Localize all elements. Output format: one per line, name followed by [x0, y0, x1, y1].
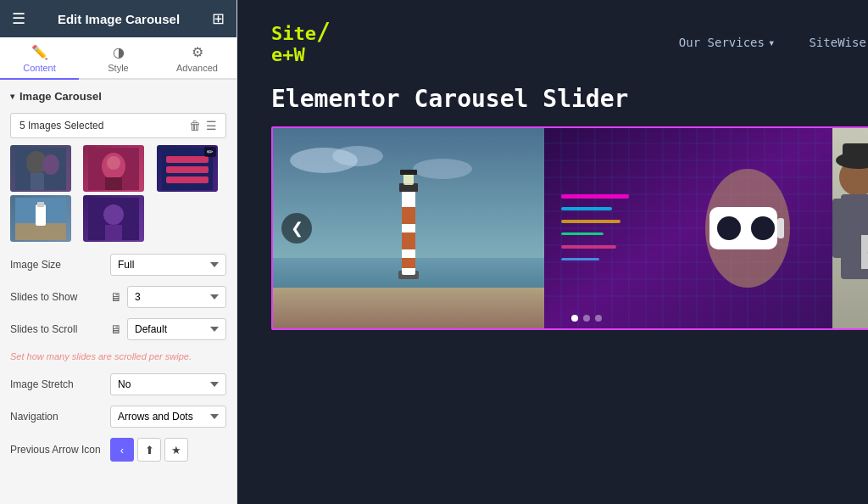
section-collapse-arrow[interactable]: ▾ — [10, 92, 14, 101]
style-tab-label: Style — [108, 63, 128, 73]
svg-point-17 — [103, 204, 124, 225]
svg-rect-24 — [273, 288, 544, 328]
image-size-select[interactable]: Full Large Medium Thumbnail — [110, 254, 226, 276]
page-content: Elementor Carousel Slider — [237, 85, 868, 504]
svg-rect-76 — [843, 143, 868, 162]
grid-icon[interactable]: ⊞ — [212, 9, 225, 28]
monitor-icon: 🖥 — [110, 290, 122, 304]
svg-rect-15 — [37, 202, 44, 207]
image-stretch-label: Image Stretch — [10, 378, 103, 390]
tab-content[interactable]: ✏️ Content — [0, 37, 79, 80]
prev-arrow-row: Previous Arrow Icon ‹ ⬆ ★ — [10, 438, 226, 462]
delete-images-icon[interactable]: 🗑 — [189, 119, 201, 132]
image-selector-bar[interactable]: 5 Images Selected 🗑 ☰ — [10, 113, 226, 138]
site-nav-links: Our Services ▾ SiteWise Blog — [679, 36, 868, 49]
thumb-1[interactable] — [10, 145, 71, 192]
monitor-icon-2: 🖥 — [110, 322, 122, 336]
svg-point-68 — [717, 216, 741, 240]
arrow-upload-btn[interactable]: ⬆ — [137, 438, 161, 462]
carousel-heading: Elementor Carousel Slider — [271, 85, 868, 113]
svg-rect-65 — [561, 258, 599, 260]
svg-point-7 — [107, 156, 120, 170]
svg-rect-18 — [105, 225, 122, 240]
slide-vr — [544, 128, 832, 328]
thumb-4[interactable] — [10, 195, 71, 242]
style-tab-icon: ◑ — [113, 44, 125, 60]
svg-point-69 — [751, 216, 775, 240]
carousel-slide — [273, 128, 868, 328]
svg-rect-11 — [166, 176, 209, 183]
dropdown-chevron-icon: ▾ — [768, 36, 775, 49]
slides-to-show-select[interactable]: 3 1 2 4 5 — [127, 286, 226, 308]
image-selector-icons: 🗑 ☰ — [189, 119, 217, 132]
svg-rect-6 — [105, 177, 122, 190]
site-logo: Site/ e+W — [271, 20, 331, 66]
slides-to-scroll-field: 🖥 Default 1 2 3 — [110, 318, 226, 340]
reorder-images-icon[interactable]: ☰ — [206, 119, 217, 132]
prev-arrow-label: Previous Arrow Icon — [10, 444, 103, 456]
svg-rect-28 — [402, 232, 415, 249]
thumbnail-grid: ✏ — [10, 145, 226, 242]
slide-person — [832, 128, 868, 328]
svg-rect-62 — [561, 220, 620, 223]
carousel-prev-arrow[interactable]: ❮ — [281, 213, 312, 244]
site-nav: Site/ e+W Our Services ▾ SiteWise Blog — [237, 0, 868, 85]
main-area: Site/ e+W Our Services ▾ SiteWise Blog E… — [237, 0, 868, 504]
svg-point-21 — [332, 146, 383, 166]
slides-to-scroll-select[interactable]: Default 1 2 3 — [127, 318, 226, 340]
hamburger-icon[interactable]: ☰ — [12, 9, 25, 28]
section-title: Image Carousel — [19, 90, 102, 103]
nav-link-blog[interactable]: SiteWise Blog — [809, 36, 868, 49]
image-stretch-select[interactable]: No Yes — [110, 373, 226, 395]
slide-lighthouse — [273, 128, 544, 328]
tab-style[interactable]: ◑ Style — [79, 37, 158, 80]
panel-title: Edit Image Carousel — [58, 12, 180, 26]
carousel-dots — [571, 315, 602, 322]
slides-to-show-label: Slides to Show — [10, 291, 103, 303]
scroll-hint-text: Set how many slides are scrolled per swi… — [10, 350, 226, 363]
logo-text: Site/ e+W — [271, 20, 331, 66]
slides-to-show-field: 🖥 3 1 2 4 5 — [110, 286, 226, 308]
svg-rect-32 — [400, 170, 417, 175]
thumb-edit-icon[interactable]: ✏ — [204, 147, 216, 157]
advanced-tab-label: Advanced — [176, 63, 218, 73]
svg-rect-64 — [561, 245, 616, 249]
slides-to-scroll-label: Slides to Scroll — [10, 323, 103, 335]
thumb-3[interactable]: ✏ — [157, 145, 218, 192]
thumb-2[interactable] — [83, 145, 144, 192]
slides-to-show-row: Slides to Show 🖥 3 1 2 4 5 — [10, 286, 226, 308]
svg-rect-74 — [832, 199, 844, 258]
carousel-container: ❮ — [271, 126, 868, 330]
content-tab-icon: ✏️ — [31, 44, 48, 60]
tab-advanced[interactable]: ⚙ Advanced — [158, 37, 236, 80]
carousel-dot-2[interactable] — [595, 315, 602, 322]
advanced-tab-icon: ⚙ — [192, 44, 203, 60]
top-bar: ☰ Edit Image Carousel ⊞ — [0, 0, 236, 37]
section-header: ▾ Image Carousel — [10, 90, 226, 103]
images-selected-label: 5 Images Selected — [19, 120, 103, 132]
svg-rect-10 — [166, 166, 209, 173]
image-size-row: Image Size Full Large Medium Thumbnail — [10, 254, 226, 276]
svg-point-2 — [42, 154, 59, 175]
svg-rect-14 — [36, 204, 46, 226]
svg-rect-60 — [561, 194, 629, 199]
svg-rect-27 — [402, 207, 415, 224]
arrow-left-btn[interactable]: ‹ — [110, 438, 134, 462]
svg-rect-29 — [402, 258, 415, 268]
svg-rect-63 — [561, 232, 604, 235]
svg-rect-70 — [777, 218, 784, 238]
content-tab-label: Content — [23, 63, 56, 73]
arrow-star-btn[interactable]: ★ — [164, 438, 188, 462]
left-panel: ☰ Edit Image Carousel ⊞ ✏️ Content ◑ Sty… — [0, 0, 237, 504]
prev-arrow-icons: ‹ ⬆ ★ — [110, 438, 188, 462]
svg-rect-31 — [403, 173, 414, 185]
panel-content: ▾ Image Carousel 5 Images Selected 🗑 ☰ — [0, 80, 236, 504]
navigation-label: Navigation — [10, 411, 103, 423]
image-stretch-row: Image Stretch No Yes — [10, 373, 226, 395]
carousel-dot-1[interactable] — [583, 315, 590, 322]
navigation-select[interactable]: Arrows and Dots None Arrows Dots — [110, 406, 226, 428]
carousel-dot-0[interactable] — [571, 315, 578, 322]
thumb-5[interactable] — [83, 195, 144, 242]
svg-rect-3 — [31, 173, 44, 190]
nav-link-services[interactable]: Our Services ▾ — [679, 36, 776, 49]
